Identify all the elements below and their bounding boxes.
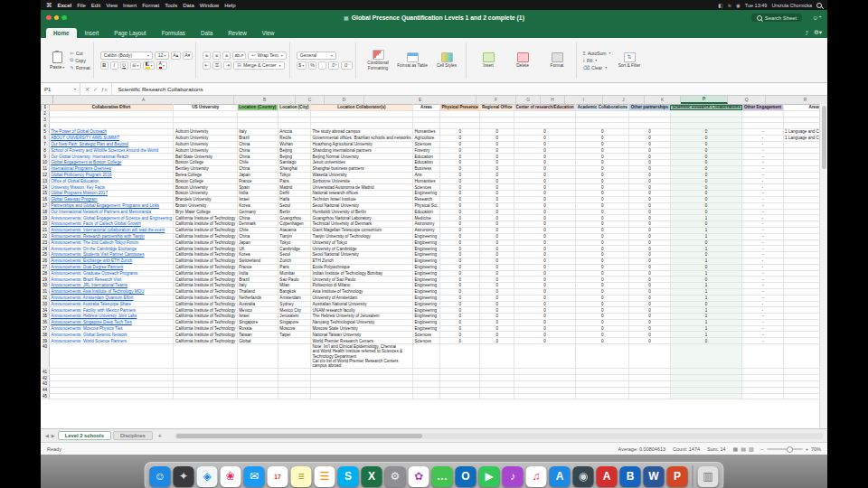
column-header[interactable]: Academic Collaborations [576,105,629,111]
cell[interactable]: Announcements: Singapore Deep Tech Ties [49,319,174,325]
cell[interactable]: - [742,325,783,332]
cell[interactable]: 0 [629,325,670,332]
column-letter-F[interactable]: F [476,96,516,104]
cell[interactable]: 0 [629,277,670,283]
column-header[interactable]: Areas [783,105,820,111]
collab-link[interactable]: Global Engagement at Boston College [51,160,121,164]
cell[interactable]: - [742,191,783,197]
cell[interactable]: Delhi [278,191,310,197]
cell[interactable]: Madrid [278,184,310,191]
cell[interactable]: 0 [514,246,576,252]
cell[interactable]: Announcements: JPL International Teams [49,283,174,289]
cell[interactable]: Milan [278,283,310,289]
collab-link[interactable]: Announcements: Global Seismic Network [51,333,127,337]
minimize-window-button[interactable] [54,15,60,21]
cell[interactable] [783,209,820,215]
cell[interactable]: 0 [576,338,629,344]
cell[interactable] [783,233,820,239]
cell[interactable]: 0 [514,295,576,301]
wifi-icon[interactable]: ≋ [727,3,731,8]
cell[interactable]: 0 [480,154,514,160]
cell[interactable]: Jerusalem [278,314,310,320]
cell[interactable]: 0 [480,215,514,221]
cell[interactable] [742,344,783,369]
row-number[interactable]: 7 [42,141,50,147]
cell[interactable]: 0 [576,154,629,160]
cell[interactable] [783,325,820,332]
fill-button[interactable]: ⤓Fill▾ [583,57,611,63]
cell[interactable] [174,369,237,375]
cell[interactable]: National Taiwan University [311,332,413,338]
cell[interactable] [49,387,174,393]
row-number[interactable]: 5 [42,129,50,136]
cell[interactable]: 0 [576,129,629,136]
cell[interactable]: - [742,239,783,246]
insert-cells-button[interactable]: Insert [473,52,505,68]
column-header[interactable]: Areas [412,105,439,111]
cell[interactable]: Mexico City [278,307,310,314]
search-sheet-field[interactable]: Search Sheet [751,14,802,22]
cell[interactable]: Research [412,196,439,202]
row-number[interactable]: 42 [42,375,50,381]
dock-appstore[interactable]: A [550,466,571,487]
cell[interactable] [174,381,237,388]
cell[interactable]: Singapore [278,319,310,325]
cell[interactable]: Boston University [174,191,237,197]
cell[interactable]: Engineering [412,239,439,246]
cell[interactable]: Global [237,338,278,344]
gear-icon[interactable]: ⚙▾ [814,29,822,36]
cell[interactable]: - [742,319,783,325]
row-number[interactable]: 36 [42,319,50,325]
cell[interactable]: Sciences [412,332,439,338]
cell[interactable]: - [742,332,783,338]
cell[interactable]: - [742,165,783,172]
cell[interactable] [311,387,413,393]
cell[interactable]: Medicine [412,215,439,221]
cell[interactable]: California Institute of Technology [174,332,237,338]
cell[interactable]: 0 [480,295,514,301]
dock-itunes[interactable]: ♫ [526,466,547,487]
cell[interactable]: 0 [670,252,742,258]
cell[interactable] [440,369,480,375]
cell[interactable]: - [742,301,783,307]
formula-input[interactable]: Scientific Research Collaborations [112,86,203,92]
column-header[interactable]: Scientific Research Collaborations [670,105,742,111]
cell[interactable]: 0 [576,288,629,295]
cell[interactable]: 0 [576,319,629,325]
format-painter-button[interactable]: ✎Format [70,65,90,70]
row-number[interactable]: 41 [42,369,50,375]
cell[interactable] [629,123,670,129]
cell[interactable]: - [742,202,783,209]
cell[interactable]: 0 [670,165,742,172]
dock-word[interactable]: W [644,466,665,487]
fill-color-button[interactable]: ◧▾ [143,61,155,70]
cell[interactable]: 0 [480,178,514,184]
cell[interactable] [629,387,670,393]
cell[interactable] [783,264,820,270]
cell[interactable]: Ariccia [278,129,310,136]
cell[interactable]: 0 [629,184,670,191]
collab-link[interactable]: Announcements: Amsterdam Quantum Effort [51,296,133,300]
row-number[interactable]: 30 [42,283,50,289]
cell[interactable] [49,110,174,117]
cell[interactable]: 0 [514,165,576,172]
cell[interactable]: 0 [629,202,670,209]
column-letter-C[interactable]: C [296,96,325,104]
cell[interactable] [278,381,310,388]
row-number[interactable]: 15 [42,191,50,197]
cell[interactable]: Spain [237,184,278,191]
cell[interactable] [783,338,820,344]
cell[interactable] [174,344,237,369]
font-size-select[interactable]: 12▾ [155,52,169,60]
row-number[interactable]: 43 [42,381,50,388]
cell[interactable]: Engineering [412,191,439,197]
cell[interactable] [629,117,670,123]
cell[interactable]: Beijing [278,147,310,154]
cell[interactable]: - [742,264,783,270]
cell[interactable]: 0 [670,147,742,154]
cell[interactable]: 1 [670,227,742,233]
cell[interactable]: Bangkok [278,288,310,295]
cell[interactable] [237,344,278,369]
cell[interactable] [783,184,820,191]
cell[interactable]: 0 [440,141,480,147]
